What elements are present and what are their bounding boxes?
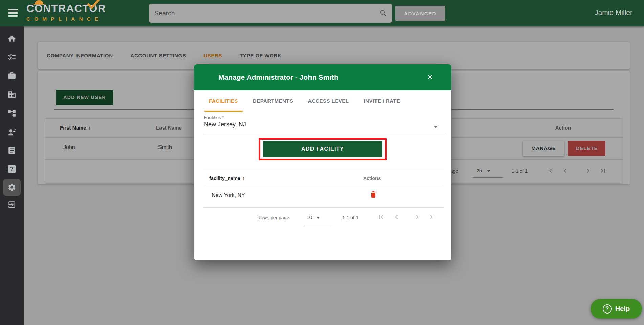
sidebar-item-workers[interactable] [4,125,19,140]
dialog-title: Manage Administrator - John Smith [218,64,338,90]
tab-invite-rate[interactable]: INVITE / RATE [359,90,405,112]
help-circle-icon: ? [603,304,612,314]
sidebar-item-settings[interactable] [3,179,21,196]
delete-facility-icon[interactable] [369,190,378,199]
close-icon[interactable] [426,73,434,81]
previous-page-icon[interactable] [392,213,401,221]
gear-icon [7,183,16,192]
sidebar-item-org-chart[interactable] [4,106,19,121]
sidebar-item-home[interactable] [4,31,19,46]
sidebar-item-jobs[interactable] [4,68,19,83]
help-button-label: Help [615,305,630,313]
dropdown-caret-icon[interactable] [434,126,438,128]
checklist-icon [7,53,16,62]
worker-gear-icon [7,128,16,137]
app-logo: CONTRACTOR COMPLIANCE [26,3,106,22]
dropdown-caret-icon[interactable] [317,217,320,219]
highlight-annotation: ADD FACILITY [259,138,387,160]
advanced-search-button[interactable]: ADVANCED [395,6,445,21]
home-icon [7,34,16,43]
facilities-select[interactable]: New Jersey, NJ [204,121,246,128]
column-header-actions: Actions [363,176,381,181]
user-menu[interactable]: Jamie Miller [595,8,632,17]
topbar: CONTRACTOR COMPLIANCE ADVANCED Jamie Mil… [0,0,644,26]
divider [203,185,444,185]
last-page-icon[interactable] [428,213,436,221]
next-page-icon[interactable] [413,213,422,221]
briefcase-icon [7,71,16,80]
facilities-field-label: Facilities * [204,115,224,120]
sort-ascending-icon: ↑ [242,175,245,181]
tab-access-level[interactable]: ACCESS LEVEL [303,90,353,112]
logout-icon [7,200,16,209]
divider [304,225,333,225]
sidebar-item-help[interactable]: ? [4,162,19,177]
building-icon [7,90,16,99]
app: CONTRACTOR COMPLIANCE ADVANCED Jamie Mil… [0,0,644,325]
sidebar-item-tasks[interactable] [4,50,19,65]
help-button[interactable]: ? Help [591,299,642,319]
sidebar-item-logout[interactable] [4,197,19,212]
manage-administrator-dialog: Manage Administrator - John Smith FACILI… [194,64,451,260]
document-icon [7,146,16,155]
search-input[interactable] [149,4,392,23]
logo-subtitle: COMPLIANCE [26,16,106,22]
add-facility-button[interactable]: ADD FACILITY [263,141,382,157]
column-header-facility-name[interactable]: facility_name↑ [209,175,245,181]
dialog-header: Manage Administrator - John Smith [194,64,451,90]
divider [203,170,444,170]
dialog-tabs: FACILITIES DEPARTMENTS ACCESS LEVEL INVI… [204,90,410,112]
divider [203,133,445,133]
org-chart-icon [7,109,16,118]
tab-departments[interactable]: DEPARTMENTS [248,90,298,112]
search-icon [379,9,387,17]
rows-per-page-select[interactable]: 10 [307,215,312,220]
sidebar: ? [0,26,24,325]
sidebar-item-company[interactable] [4,87,19,102]
divider [203,207,444,208]
sidebar-item-documents[interactable] [4,143,19,158]
question-mark-icon: ? [8,165,16,173]
tab-facilities[interactable]: FACILITIES [204,90,243,112]
first-page-icon[interactable] [377,213,385,221]
rows-per-page-label: Rows per page [257,215,289,220]
checkmark-icon [87,0,100,9]
hardhat-icon [35,0,43,4]
search-bar [149,4,392,23]
cell-facility-name: New York, NY [212,192,245,199]
pagination-range: 1-1 of 1 [342,215,358,220]
menu-icon[interactable] [8,9,18,17]
